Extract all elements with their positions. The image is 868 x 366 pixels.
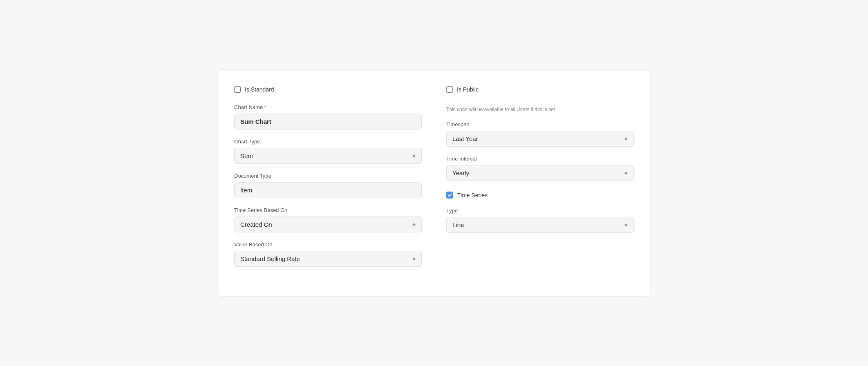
right-column: Is Public This chart will be available t… bbox=[446, 86, 634, 276]
timespan-label: Timespan bbox=[446, 121, 634, 127]
form-card: Is Standard Chart Name* Chart Type Sum C… bbox=[217, 69, 651, 297]
type-select[interactable]: Line Bar Scatter Pie Donut bbox=[446, 217, 634, 233]
left-column: Is Standard Chart Name* Chart Type Sum C… bbox=[234, 86, 422, 276]
value-based-on-row: Value Based On Standard Selling Rate Cos… bbox=[234, 241, 422, 267]
is-public-hint: This chart will be available to all User… bbox=[446, 107, 634, 112]
form-grid: Is Standard Chart Name* Chart Type Sum C… bbox=[234, 86, 634, 276]
time-series-row: Time Series bbox=[446, 192, 634, 199]
time-series-based-on-label: Time Series Based On bbox=[234, 207, 422, 213]
is-public-label: Is Public bbox=[457, 86, 479, 93]
is-public-row: Is Public bbox=[446, 86, 634, 93]
value-based-on-label: Value Based On bbox=[234, 241, 422, 248]
chart-type-label: Chart Type bbox=[234, 138, 422, 145]
is-standard-row: Is Standard bbox=[234, 86, 422, 93]
chart-name-input[interactable] bbox=[234, 114, 422, 129]
required-star: * bbox=[264, 104, 266, 110]
document-type-row: Document Type Item bbox=[234, 173, 422, 198]
type-row: Type Line Bar Scatter Pie Donut bbox=[446, 208, 634, 233]
is-standard-label: Is Standard bbox=[245, 86, 274, 93]
chart-type-select[interactable]: Sum Count Average Min Max bbox=[234, 148, 422, 164]
time-series-label: Time Series bbox=[457, 192, 488, 199]
type-label: Type bbox=[446, 208, 634, 214]
time-interval-select[interactable]: Yearly Monthly Weekly Daily bbox=[446, 165, 634, 181]
time-series-checkbox[interactable] bbox=[446, 192, 453, 199]
chart-name-row: Chart Name* bbox=[234, 104, 422, 129]
chart-name-label: Chart Name* bbox=[234, 104, 422, 110]
document-type-value: Item bbox=[234, 182, 422, 198]
time-series-based-on-row: Time Series Based On Created On Modified… bbox=[234, 207, 422, 232]
document-type-label: Document Type bbox=[234, 173, 422, 179]
is-standard-checkbox[interactable] bbox=[234, 86, 241, 93]
value-based-on-select[interactable]: Standard Selling Rate Cost Price bbox=[234, 251, 422, 267]
checkmark-icon bbox=[447, 193, 452, 197]
time-series-based-on-select[interactable]: Created On Modified On bbox=[234, 216, 422, 232]
is-public-checkbox[interactable] bbox=[446, 86, 453, 93]
time-interval-label: Time Interval bbox=[446, 156, 634, 162]
timespan-select[interactable]: Last Year Last Quarter Last Month Last W… bbox=[446, 131, 634, 147]
chart-type-row: Chart Type Sum Count Average Min Max bbox=[234, 138, 422, 164]
time-interval-row: Time Interval Yearly Monthly Weekly Dail… bbox=[446, 156, 634, 181]
timespan-row: Timespan Last Year Last Quarter Last Mon… bbox=[446, 121, 634, 147]
